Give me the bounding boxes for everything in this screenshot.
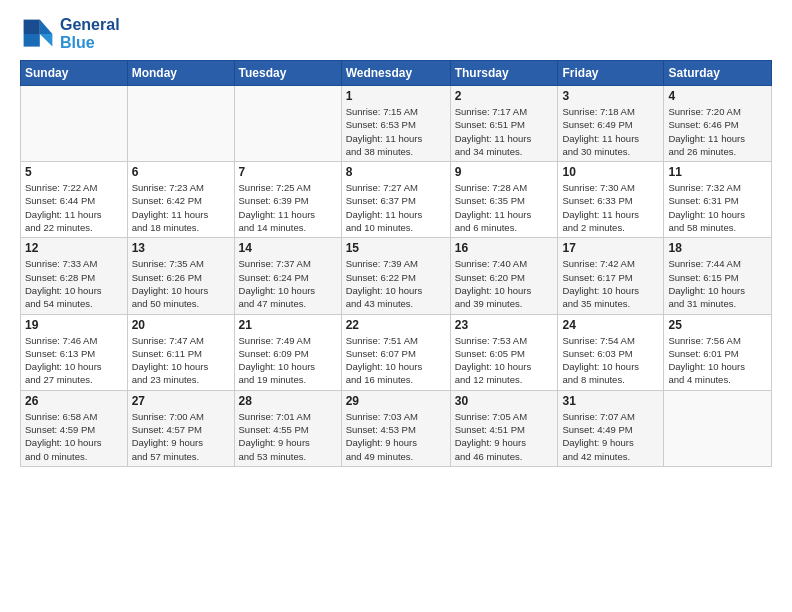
calendar-cell: 30Sunrise: 7:05 AM Sunset: 4:51 PM Dayli… <box>450 390 558 466</box>
calendar-cell: 24Sunrise: 7:54 AM Sunset: 6:03 PM Dayli… <box>558 314 664 390</box>
day-info: Sunrise: 7:07 AM Sunset: 4:49 PM Dayligh… <box>562 410 659 463</box>
calendar-cell: 3Sunrise: 7:18 AM Sunset: 6:49 PM Daylig… <box>558 86 664 162</box>
logo-icon <box>20 16 56 52</box>
day-number: 11 <box>668 165 767 179</box>
day-number: 3 <box>562 89 659 103</box>
day-number: 25 <box>668 318 767 332</box>
day-info: Sunrise: 7:23 AM Sunset: 6:42 PM Dayligh… <box>132 181 230 234</box>
day-info: Sunrise: 7:46 AM Sunset: 6:13 PM Dayligh… <box>25 334 123 387</box>
calendar-body: 1Sunrise: 7:15 AM Sunset: 6:53 PM Daylig… <box>21 86 772 467</box>
day-info: Sunrise: 7:54 AM Sunset: 6:03 PM Dayligh… <box>562 334 659 387</box>
day-info: Sunrise: 7:28 AM Sunset: 6:35 PM Dayligh… <box>455 181 554 234</box>
header: General Blue <box>20 16 772 52</box>
day-number: 18 <box>668 241 767 255</box>
day-info: Sunrise: 7:05 AM Sunset: 4:51 PM Dayligh… <box>455 410 554 463</box>
calendar-cell: 28Sunrise: 7:01 AM Sunset: 4:55 PM Dayli… <box>234 390 341 466</box>
day-number: 24 <box>562 318 659 332</box>
day-number: 5 <box>25 165 123 179</box>
day-info: Sunrise: 7:49 AM Sunset: 6:09 PM Dayligh… <box>239 334 337 387</box>
weekday-header-saturday: Saturday <box>664 61 772 86</box>
week-row-5: 26Sunrise: 6:58 AM Sunset: 4:59 PM Dayli… <box>21 390 772 466</box>
day-info: Sunrise: 7:03 AM Sunset: 4:53 PM Dayligh… <box>346 410 446 463</box>
day-info: Sunrise: 7:22 AM Sunset: 6:44 PM Dayligh… <box>25 181 123 234</box>
calendar-cell: 6Sunrise: 7:23 AM Sunset: 6:42 PM Daylig… <box>127 162 234 238</box>
weekday-header-sunday: Sunday <box>21 61 128 86</box>
day-info: Sunrise: 7:39 AM Sunset: 6:22 PM Dayligh… <box>346 257 446 310</box>
calendar-cell <box>664 390 772 466</box>
day-info: Sunrise: 7:17 AM Sunset: 6:51 PM Dayligh… <box>455 105 554 158</box>
svg-marker-1 <box>40 34 53 47</box>
calendar-cell: 5Sunrise: 7:22 AM Sunset: 6:44 PM Daylig… <box>21 162 128 238</box>
day-number: 7 <box>239 165 337 179</box>
svg-marker-0 <box>40 20 53 34</box>
logo-text: General Blue <box>60 16 120 51</box>
calendar-cell: 23Sunrise: 7:53 AM Sunset: 6:05 PM Dayli… <box>450 314 558 390</box>
day-info: Sunrise: 7:01 AM Sunset: 4:55 PM Dayligh… <box>239 410 337 463</box>
calendar-table: SundayMondayTuesdayWednesdayThursdayFrid… <box>20 60 772 467</box>
day-info: Sunrise: 7:30 AM Sunset: 6:33 PM Dayligh… <box>562 181 659 234</box>
calendar-cell: 26Sunrise: 6:58 AM Sunset: 4:59 PM Dayli… <box>21 390 128 466</box>
day-number: 22 <box>346 318 446 332</box>
calendar-cell: 11Sunrise: 7:32 AM Sunset: 6:31 PM Dayli… <box>664 162 772 238</box>
day-number: 20 <box>132 318 230 332</box>
calendar-cell: 20Sunrise: 7:47 AM Sunset: 6:11 PM Dayli… <box>127 314 234 390</box>
day-number: 16 <box>455 241 554 255</box>
week-row-1: 1Sunrise: 7:15 AM Sunset: 6:53 PM Daylig… <box>21 86 772 162</box>
day-number: 10 <box>562 165 659 179</box>
day-number: 1 <box>346 89 446 103</box>
day-number: 6 <box>132 165 230 179</box>
weekday-header-thursday: Thursday <box>450 61 558 86</box>
weekday-header-monday: Monday <box>127 61 234 86</box>
day-number: 9 <box>455 165 554 179</box>
calendar-cell: 13Sunrise: 7:35 AM Sunset: 6:26 PM Dayli… <box>127 238 234 314</box>
page-container: General Blue SundayMondayTuesdayWednesda… <box>0 0 792 477</box>
calendar-cell: 25Sunrise: 7:56 AM Sunset: 6:01 PM Dayli… <box>664 314 772 390</box>
logo: General Blue <box>20 16 120 52</box>
day-number: 13 <box>132 241 230 255</box>
day-info: Sunrise: 7:20 AM Sunset: 6:46 PM Dayligh… <box>668 105 767 158</box>
day-info: Sunrise: 7:33 AM Sunset: 6:28 PM Dayligh… <box>25 257 123 310</box>
calendar-cell: 29Sunrise: 7:03 AM Sunset: 4:53 PM Dayli… <box>341 390 450 466</box>
day-info: Sunrise: 7:44 AM Sunset: 6:15 PM Dayligh… <box>668 257 767 310</box>
day-info: Sunrise: 7:53 AM Sunset: 6:05 PM Dayligh… <box>455 334 554 387</box>
day-number: 31 <box>562 394 659 408</box>
day-number: 23 <box>455 318 554 332</box>
day-number: 21 <box>239 318 337 332</box>
calendar-cell: 18Sunrise: 7:44 AM Sunset: 6:15 PM Dayli… <box>664 238 772 314</box>
week-row-4: 19Sunrise: 7:46 AM Sunset: 6:13 PM Dayli… <box>21 314 772 390</box>
day-info: Sunrise: 7:56 AM Sunset: 6:01 PM Dayligh… <box>668 334 767 387</box>
day-number: 17 <box>562 241 659 255</box>
calendar-cell: 31Sunrise: 7:07 AM Sunset: 4:49 PM Dayli… <box>558 390 664 466</box>
day-number: 26 <box>25 394 123 408</box>
weekday-header-tuesday: Tuesday <box>234 61 341 86</box>
calendar-cell: 8Sunrise: 7:27 AM Sunset: 6:37 PM Daylig… <box>341 162 450 238</box>
day-number: 14 <box>239 241 337 255</box>
calendar-cell: 7Sunrise: 7:25 AM Sunset: 6:39 PM Daylig… <box>234 162 341 238</box>
day-info: Sunrise: 7:51 AM Sunset: 6:07 PM Dayligh… <box>346 334 446 387</box>
day-number: 12 <box>25 241 123 255</box>
day-info: Sunrise: 7:37 AM Sunset: 6:24 PM Dayligh… <box>239 257 337 310</box>
calendar-cell: 17Sunrise: 7:42 AM Sunset: 6:17 PM Dayli… <box>558 238 664 314</box>
day-number: 2 <box>455 89 554 103</box>
calendar-cell: 10Sunrise: 7:30 AM Sunset: 6:33 PM Dayli… <box>558 162 664 238</box>
day-number: 28 <box>239 394 337 408</box>
calendar-cell: 21Sunrise: 7:49 AM Sunset: 6:09 PM Dayli… <box>234 314 341 390</box>
day-info: Sunrise: 7:40 AM Sunset: 6:20 PM Dayligh… <box>455 257 554 310</box>
calendar-cell <box>127 86 234 162</box>
calendar-cell <box>234 86 341 162</box>
day-info: Sunrise: 6:58 AM Sunset: 4:59 PM Dayligh… <box>25 410 123 463</box>
weekday-header-wednesday: Wednesday <box>341 61 450 86</box>
day-info: Sunrise: 7:35 AM Sunset: 6:26 PM Dayligh… <box>132 257 230 310</box>
calendar-cell: 1Sunrise: 7:15 AM Sunset: 6:53 PM Daylig… <box>341 86 450 162</box>
day-number: 27 <box>132 394 230 408</box>
day-number: 29 <box>346 394 446 408</box>
day-info: Sunrise: 7:27 AM Sunset: 6:37 PM Dayligh… <box>346 181 446 234</box>
day-number: 30 <box>455 394 554 408</box>
calendar-cell: 9Sunrise: 7:28 AM Sunset: 6:35 PM Daylig… <box>450 162 558 238</box>
calendar-cell: 12Sunrise: 7:33 AM Sunset: 6:28 PM Dayli… <box>21 238 128 314</box>
day-number: 8 <box>346 165 446 179</box>
calendar-cell: 19Sunrise: 7:46 AM Sunset: 6:13 PM Dayli… <box>21 314 128 390</box>
week-row-2: 5Sunrise: 7:22 AM Sunset: 6:44 PM Daylig… <box>21 162 772 238</box>
day-info: Sunrise: 7:18 AM Sunset: 6:49 PM Dayligh… <box>562 105 659 158</box>
calendar-cell: 15Sunrise: 7:39 AM Sunset: 6:22 PM Dayli… <box>341 238 450 314</box>
